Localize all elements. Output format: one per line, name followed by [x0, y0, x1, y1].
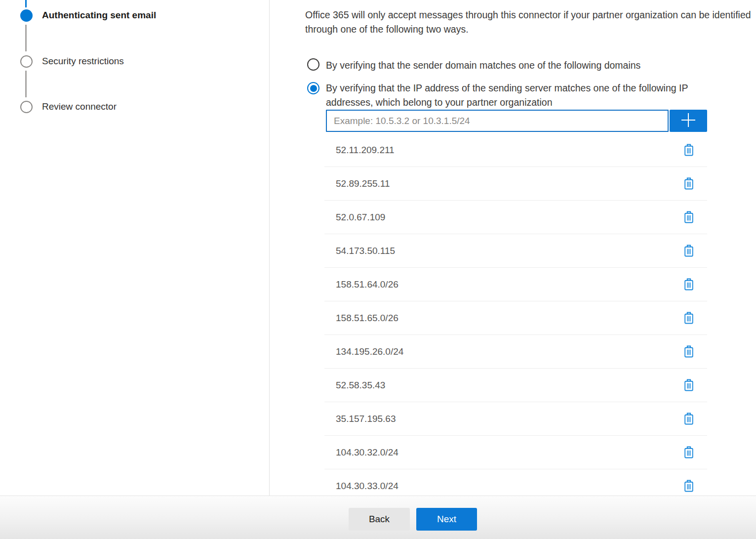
- trash-icon: [683, 184, 694, 192]
- trash-icon: [683, 386, 694, 393]
- trash-icon: [683, 151, 694, 158]
- radio-label-verify-ip-address[interactable]: By verifying that the IP address of the …: [326, 81, 736, 109]
- step-indicator-security-restrictions: [20, 55, 33, 68]
- ip-list-item: 134.195.26.0/24: [324, 335, 707, 369]
- ip-list-item: 158.51.64.0/26: [324, 268, 707, 301]
- ip-address-value: 35.157.195.63: [336, 414, 396, 424]
- delete-ip-button[interactable]: [682, 209, 695, 225]
- ip-address-value: 52.89.255.11: [336, 178, 390, 189]
- ip-list-item: 104.30.33.0/24: [324, 469, 707, 496]
- trash-icon: [683, 218, 694, 225]
- wizard-footer: Back Next: [0, 496, 756, 539]
- ip-address-value: 54.173.50.115: [336, 246, 395, 256]
- ip-list-item: 52.0.67.109: [324, 201, 707, 234]
- trash-icon: [683, 319, 694, 326]
- sidebar-item-authenticating-sent-email[interactable]: Authenticating sent email: [42, 9, 156, 21]
- ip-list-item: 104.30.32.0/24: [324, 436, 707, 469]
- step-indicator-authenticating-sent-email: [20, 9, 33, 22]
- delete-ip-button[interactable]: [682, 344, 695, 359]
- delete-ip-button[interactable]: [682, 445, 695, 460]
- ip-address-value: 134.195.26.0/24: [336, 346, 403, 357]
- add-ip-button[interactable]: [670, 110, 707, 132]
- ip-list-item: 54.173.50.115: [324, 234, 707, 268]
- delete-ip-button[interactable]: [682, 411, 695, 426]
- trash-icon: [683, 251, 694, 259]
- wizard-stepper-sidebar: Authenticating sent email Security restr…: [0, 0, 270, 496]
- ip-address-value: 104.30.32.0/24: [336, 447, 398, 458]
- ip-address-value: 158.51.64.0/26: [336, 279, 398, 290]
- sidebar-item-security-restrictions[interactable]: Security restrictions: [42, 55, 124, 67]
- trash-icon: [683, 419, 694, 427]
- connector-wizard-page: Authenticating sent email Security restr…: [0, 0, 756, 539]
- ip-address-value: 52.11.209.211: [336, 145, 395, 156]
- ip-list-item: 52.11.209.211: [324, 133, 707, 167]
- page-description: Office 365 will only accept messages thr…: [305, 8, 756, 37]
- ip-address-value: 52.58.35.43: [336, 380, 385, 391]
- ip-list-item: 52.89.255.11: [324, 167, 707, 201]
- delete-ip-button[interactable]: [682, 176, 695, 191]
- ip-list-item: 35.157.195.63: [324, 402, 707, 436]
- add-icon: [680, 112, 697, 130]
- delete-ip-button[interactable]: [682, 277, 695, 292]
- delete-ip-button[interactable]: [682, 142, 695, 158]
- trash-icon: [683, 352, 694, 360]
- ip-address-list: 52.11.209.211 52.89.255.11: [324, 133, 707, 496]
- ip-address-value: 104.30.33.0/24: [336, 481, 398, 492]
- ip-address-value: 158.51.65.0/26: [336, 313, 398, 324]
- ip-address-input[interactable]: [326, 110, 669, 132]
- next-button[interactable]: Next: [416, 508, 477, 531]
- sidebar-item-review-connector[interactable]: Review connector: [42, 100, 117, 113]
- ip-list-item: 158.51.65.0/26: [324, 301, 707, 335]
- step-connector-line: [25, 25, 27, 51]
- ip-list-item: 52.58.35.43: [324, 369, 707, 402]
- ip-address-value: 52.0.67.109: [336, 212, 385, 223]
- radio-label-verify-sender-domain[interactable]: By verifying that the sender domain matc…: [326, 58, 751, 73]
- delete-ip-button[interactable]: [682, 377, 695, 393]
- trash-icon: [683, 285, 694, 292]
- step-connector-line-top: [25, 0, 27, 7]
- radio-verify-sender-domain[interactable]: [307, 58, 319, 71]
- radio-verify-ip-address[interactable]: [307, 82, 319, 94]
- delete-ip-button[interactable]: [682, 478, 695, 494]
- delete-ip-button[interactable]: [682, 310, 695, 326]
- trash-icon: [683, 453, 694, 460]
- back-button[interactable]: Back: [349, 508, 410, 531]
- trash-icon: [683, 487, 694, 494]
- delete-ip-button[interactable]: [682, 243, 695, 258]
- step-indicator-review-connector: [20, 101, 33, 113]
- step-connector-line: [25, 71, 27, 97]
